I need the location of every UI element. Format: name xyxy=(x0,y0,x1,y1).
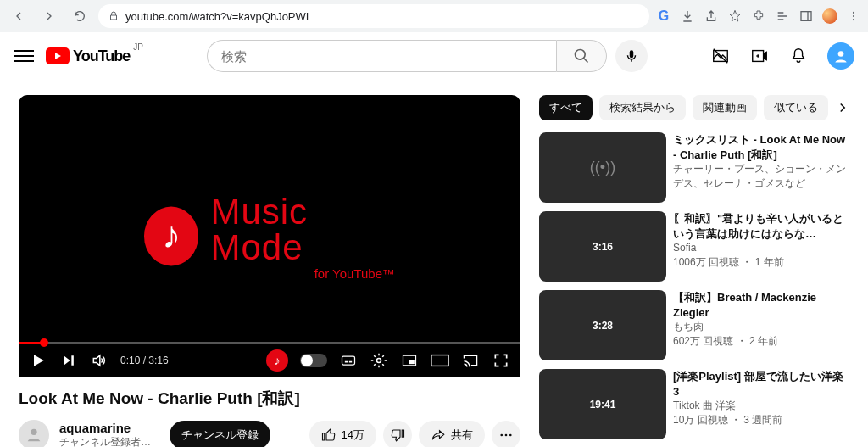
player-controls: 0:10 / 3:16 ♪ xyxy=(19,344,520,377)
play-button[interactable] xyxy=(29,351,47,370)
channel-avatar[interactable] xyxy=(19,420,49,447)
recommendation-info: [洋楽Playlist] 部屋で流したい洋楽 3Tiktok 曲 洋楽10万 回… xyxy=(673,369,849,439)
share-label: 共有 xyxy=(451,427,473,443)
settings-button[interactable] xyxy=(370,351,388,370)
svg-line-6 xyxy=(583,59,587,63)
browser-chrome-bar: youtube.com/watch?v=kavpQhJoPWI G xyxy=(0,0,868,32)
recommendation-title: ミックスリスト - Look At Me Now - Charlie Puth … xyxy=(673,132,849,162)
music-mode-overlay: ♪ Music Mode for YouTube™ xyxy=(144,193,395,279)
fullscreen-button[interactable] xyxy=(492,351,510,370)
like-count: 14万 xyxy=(342,427,364,443)
youtube-wordmark: YouTube xyxy=(73,47,130,65)
svg-point-5 xyxy=(575,50,585,60)
browser-back-button[interactable] xyxy=(7,4,31,28)
recommendation-item[interactable]: ((•))ミックスリスト - Look At Me Now - Charlie … xyxy=(539,132,849,203)
download-icon[interactable] xyxy=(680,8,695,24)
svg-point-3 xyxy=(853,15,854,17)
recommendation-channel: Tiktok 曲 洋楽 xyxy=(673,399,849,413)
create-button[interactable] xyxy=(749,46,770,66)
lock-icon xyxy=(108,11,119,21)
youtube-logo[interactable]: YouTube JP xyxy=(46,47,143,65)
browser-forward-button[interactable] xyxy=(37,4,61,28)
next-button[interactable] xyxy=(59,351,78,370)
duration-badge: 19:41 xyxy=(587,398,620,411)
theater-button[interactable] xyxy=(431,351,449,370)
recommendation-thumbnail[interactable]: ((•)) xyxy=(539,132,666,203)
svg-point-4 xyxy=(853,19,854,20)
svg-point-20 xyxy=(509,434,512,437)
recommendation-channel: チャーリー・プース、ショーン・メンデス、セレーナ・ゴメスなど xyxy=(673,162,849,191)
image-icon[interactable] xyxy=(710,46,731,66)
miniplayer-button[interactable] xyxy=(400,351,419,370)
music-mode-button[interactable]: ♪ xyxy=(266,349,288,372)
duration-badge: 3:28 xyxy=(589,319,616,332)
volume-button[interactable] xyxy=(90,351,108,370)
svg-point-13 xyxy=(377,359,381,363)
chip-related[interactable]: 関連動画 xyxy=(693,95,757,120)
recommendation-info: ミックスリスト - Look At Me Now - Charlie Puth … xyxy=(673,132,849,203)
google-icon[interactable]: G xyxy=(656,8,671,24)
channel-name[interactable]: aquamarine xyxy=(59,421,151,435)
recommendation-item[interactable]: 3:16〖和訳〗"君よりも辛い人がいるという言葉は助けにはならな…Sofia10… xyxy=(539,211,849,282)
music-note-icon: ♪ xyxy=(144,207,198,266)
svg-point-18 xyxy=(500,434,503,437)
recommendation-item[interactable]: 3:28【和訳】Breath / Mackenzie Zieglerもち肉602… xyxy=(539,290,849,360)
panel-icon[interactable] xyxy=(798,8,814,24)
recommendation-thumbnail[interactable]: 3:16 xyxy=(539,211,666,282)
extension-icon[interactable] xyxy=(751,8,766,24)
dislike-button[interactable] xyxy=(383,421,412,447)
recommendation-info: 【和訳】Breath / Mackenzie Zieglerもち肉602万 回視… xyxy=(673,290,849,360)
recommendation-channel: Sofia xyxy=(673,241,849,255)
recommendation-meta: 10万 回視聴 ・ 3 週間前 xyxy=(673,413,849,427)
recommendation-title: 〖和訳〗"君よりも辛い人がいるという言葉は助けにはならな… xyxy=(673,211,849,241)
autoplay-toggle[interactable] xyxy=(300,354,327,367)
browser-reload-button[interactable] xyxy=(68,4,92,28)
music-mode-subtitle: for YouTube™ xyxy=(210,266,395,279)
address-bar[interactable]: youtube.com/watch?v=kavpQhJoPWI xyxy=(98,4,649,28)
chip-from-search[interactable]: 検索結果から xyxy=(599,95,686,120)
voice-search-button[interactable] xyxy=(615,40,648,72)
guide-menu-button[interactable] xyxy=(14,46,34,66)
recommendation-item[interactable]: 19:41[洋楽Playlist] 部屋で流したい洋楽 3Tiktok 曲 洋楽… xyxy=(539,369,849,439)
subscribe-button[interactable]: チャンネル登録 xyxy=(170,421,270,447)
share-icon[interactable] xyxy=(704,8,719,24)
country-code: JP xyxy=(133,42,143,52)
thumbs-up-icon xyxy=(321,427,337,443)
svg-point-19 xyxy=(505,434,508,437)
share-button[interactable]: 共有 xyxy=(419,421,485,447)
youtube-play-icon xyxy=(46,47,70,64)
user-avatar[interactable] xyxy=(827,42,854,70)
more-actions-button[interactable] xyxy=(492,421,520,447)
notifications-button[interactable] xyxy=(788,46,809,66)
browser-menu-icon[interactable] xyxy=(846,8,861,24)
recommendation-thumbnail[interactable]: 19:41 xyxy=(539,369,666,439)
svg-rect-16 xyxy=(431,355,448,366)
mix-icon: ((•)) xyxy=(590,159,615,176)
cast-button[interactable] xyxy=(461,351,480,370)
music-mode-title: Music Mode xyxy=(210,193,395,265)
duration-badge: 3:16 xyxy=(589,240,616,254)
recommendation-title: [洋楽Playlist] 部屋で流したい洋楽 3 xyxy=(673,369,849,399)
reading-list-icon[interactable] xyxy=(775,8,790,24)
chips-scroll-right[interactable] xyxy=(835,100,849,115)
search-button[interactable] xyxy=(556,40,607,72)
recommendation-meta: 1006万 回視聴 ・ 1 年前 xyxy=(673,255,849,270)
recommendation-thumbnail[interactable]: 3:28 xyxy=(539,290,666,360)
svg-point-17 xyxy=(31,429,36,435)
recommendation-info: 〖和訳〗"君よりも辛い人がいるという言葉は助けにはならな…Sofia1006万 … xyxy=(673,211,849,282)
recommendation-meta: 602万 回視聴 ・ 2 年前 xyxy=(673,334,849,349)
filter-chips-row: すべて 検索結果から 関連動画 似ている xyxy=(539,95,849,120)
bookmark-icon[interactable] xyxy=(727,8,743,24)
chip-similar[interactable]: 似ている xyxy=(764,95,828,120)
video-player[interactable]: ♪ Music Mode for YouTube™ 0:10 / 3:16 ♪ xyxy=(19,95,520,377)
channel-subs: チャンネル登録者… xyxy=(59,435,151,447)
like-button[interactable]: 14万 xyxy=(309,421,376,447)
search-input[interactable] xyxy=(207,40,556,72)
recommendation-channel: もち肉 xyxy=(673,320,849,334)
url-text: youtube.com/watch?v=kavpQhJoPWI xyxy=(125,10,309,23)
captions-button[interactable] xyxy=(339,351,358,370)
svg-point-2 xyxy=(853,12,854,14)
browser-profile-avatar[interactable] xyxy=(822,8,837,24)
timecode: 0:10 / 3:16 xyxy=(120,355,169,366)
chip-all[interactable]: すべて xyxy=(539,95,593,120)
